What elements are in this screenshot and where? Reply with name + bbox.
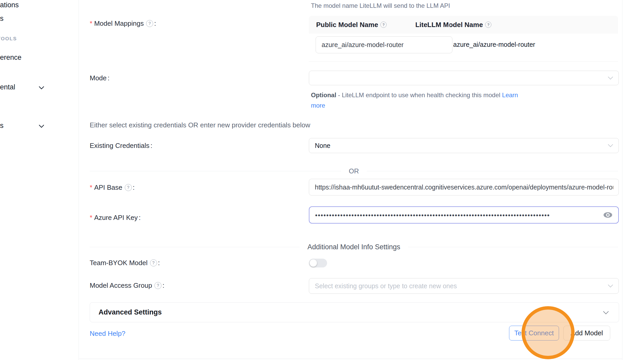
sidebar-item-erence[interactable]: erence [0, 54, 22, 62]
litellm-model-name-value: azure_ai/azure-model-router [453, 41, 535, 48]
existing-credentials-select[interactable]: None [309, 138, 619, 153]
model-name-helper-text: The model name LiteLLM will send to the … [311, 2, 450, 9]
column-header-litellm-model-name: LiteLLM Model Name [387, 21, 491, 29]
help-icon[interactable] [125, 184, 132, 191]
add-model-page: ations s TOOLS erence ental s The model … [0, 0, 644, 360]
help-icon[interactable] [154, 282, 161, 289]
card-right-border [622, 0, 622, 360]
advanced-settings-title: Advanced Settings [99, 308, 604, 316]
toggle-knob [310, 259, 317, 267]
column-header-public-model-name: Public Model Name [309, 21, 387, 29]
chevron-down-icon [603, 309, 609, 314]
azure-api-key-input[interactable]: ••••••••••••••••••••••••••••••••••••••••… [309, 206, 619, 224]
model-mappings-table-header: Public Model Name LiteLLM Model Name [309, 16, 618, 34]
sidebar-section-tools: TOOLS [0, 36, 17, 42]
public-model-name-input[interactable]: azure_ai/azure-model-router [316, 36, 452, 53]
existing-credentials-label: Existing Credentials [90, 142, 152, 150]
eye-icon[interactable] [603, 211, 613, 219]
sidebar-item-s2[interactable]: s [0, 122, 4, 130]
sidebar-item-ations[interactable]: ations [0, 1, 19, 9]
help-icon[interactable] [485, 22, 491, 28]
chevron-down-icon [608, 142, 613, 147]
table-row-border [309, 61, 618, 62]
credentials-note: Either select existing credentials OR en… [90, 121, 310, 129]
add-model-button[interactable]: Add Model [563, 326, 610, 341]
chevron-down-icon[interactable] [39, 84, 44, 89]
mode-help-text: Optional - LiteLLM endpoint to use when … [311, 90, 519, 111]
team-byok-label: Team-BYOK Model [90, 259, 160, 267]
model-access-group-label: Model Access Group [90, 282, 164, 290]
model-mappings-label: Model Mappings [90, 19, 156, 28]
column-separator [449, 20, 450, 30]
help-icon[interactable] [380, 22, 387, 28]
sidebar: ations s TOOLS erence ental s [0, 0, 79, 360]
azure-api-key-label: Azure API Key [90, 214, 141, 222]
test-connect-button[interactable]: Test Connect [509, 326, 559, 341]
required-asterisk [90, 184, 92, 192]
additional-info-divider: Additional Model Info Settings [90, 243, 618, 251]
required-asterisk [90, 214, 92, 222]
help-icon[interactable] [150, 259, 157, 266]
help-icon[interactable] [146, 20, 153, 27]
sidebar-item-s1[interactable]: s [0, 15, 4, 23]
mode-label: Mode [90, 74, 109, 82]
required-asterisk [90, 19, 92, 28]
or-divider: OR [90, 167, 618, 175]
need-help-link[interactable]: Need Help? [90, 330, 125, 338]
api-base-label: API Base [90, 184, 135, 192]
card-bottom-border [79, 359, 622, 359]
chevron-down-icon [608, 74, 613, 80]
sidebar-item-ental[interactable]: ental [0, 83, 15, 91]
chevron-down-icon [608, 282, 613, 287]
chevron-down-icon[interactable] [39, 122, 44, 128]
team-byok-toggle[interactable] [309, 259, 327, 267]
model-access-group-select[interactable]: Select existing groups or type to create… [309, 278, 619, 294]
mode-select[interactable] [309, 71, 619, 85]
masked-password-value: ••••••••••••••••••••••••••••••••••••••••… [315, 212, 603, 219]
api-base-input[interactable]: https://ishaa-mh6uutut-swedencentral.cog… [309, 179, 619, 195]
advanced-settings-panel[interactable]: Advanced Settings [90, 302, 619, 322]
